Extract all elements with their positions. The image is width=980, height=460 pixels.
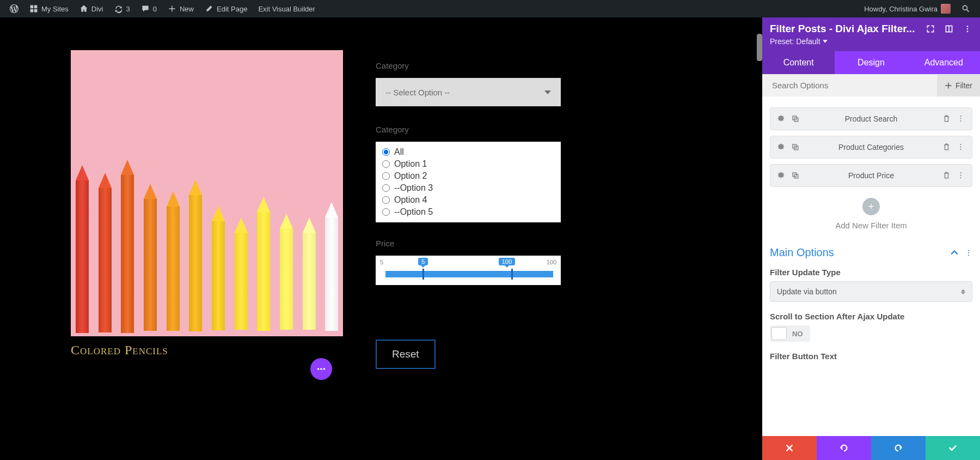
exit-visual-builder[interactable]: Exit Visual Builder (253, 0, 321, 17)
svg-point-1 (317, 368, 320, 370)
svg-point-24 (968, 250, 969, 251)
duplicate-icon[interactable] (791, 143, 800, 152)
category-label-2: Category (376, 125, 561, 134)
radio-input[interactable] (382, 148, 390, 156)
module-settings-panel: Filter Posts - Divi Ajax Filter... Prese… (762, 17, 980, 460)
svg-point-3 (323, 368, 326, 370)
scroll-toggle[interactable]: NO (770, 325, 810, 342)
svg-point-11 (960, 116, 961, 117)
updates-count: 3 (126, 5, 130, 13)
panel-title: Filter Posts - Divi Ajax Filter... (770, 23, 915, 35)
reset-button[interactable]: Reset (376, 340, 436, 369)
svg-point-0 (963, 5, 967, 10)
wp-logo[interactable] (4, 0, 24, 17)
toggle-no-label: NO (787, 330, 808, 338)
gear-icon[interactable] (777, 143, 786, 152)
discard-button[interactable] (762, 436, 817, 460)
category-label-1: Category (376, 61, 561, 70)
radio-input[interactable] (382, 196, 390, 204)
filter-button-text-label: Filter Button Text (770, 352, 972, 361)
more-icon[interactable] (957, 143, 965, 152)
tab-content[interactable]: Content (762, 51, 835, 74)
radio-option[interactable]: Option 4 (382, 194, 554, 206)
refresh-icon (114, 4, 123, 13)
more-icon[interactable] (957, 171, 965, 180)
svg-point-6 (967, 26, 969, 27)
settings-tabs: Content Design Advanced (762, 51, 980, 74)
sites-icon (29, 4, 38, 13)
new-menu[interactable]: New (162, 0, 199, 17)
add-filter-item-button[interactable]: + (862, 198, 880, 215)
wordpress-icon (10, 4, 19, 13)
avatar (941, 4, 951, 14)
svg-point-16 (960, 144, 961, 145)
svg-point-12 (960, 118, 961, 119)
gear-icon[interactable] (777, 171, 786, 180)
sort-icon (961, 289, 965, 294)
svg-point-18 (960, 149, 961, 150)
comments-menu[interactable]: 0 (136, 0, 162, 17)
tab-design[interactable]: Design (835, 51, 907, 74)
more-icon[interactable] (957, 114, 965, 123)
radio-input[interactable] (382, 208, 390, 216)
category-radio-group: All Option 1 Option 2 --Option 3 Option … (376, 142, 561, 222)
chevron-down-icon (544, 90, 551, 94)
filter-item[interactable]: Product Search (770, 107, 972, 130)
gear-icon[interactable] (777, 114, 786, 123)
slider-handle-low[interactable] (422, 269, 424, 280)
search-options-input[interactable] (762, 74, 937, 96)
radio-input[interactable] (382, 160, 390, 168)
radio-input[interactable] (382, 184, 390, 192)
trash-icon[interactable] (942, 114, 951, 123)
price-slider[interactable]: 5 5 100 100 (376, 256, 561, 285)
site-label: Divi (91, 5, 103, 13)
filter-item[interactable]: Product Price (770, 164, 972, 187)
edit-page-menu[interactable]: Edit Page (199, 0, 253, 17)
filter-item[interactable]: Product Categories (770, 136, 972, 159)
plus-icon (168, 4, 176, 13)
save-button[interactable] (926, 436, 980, 460)
tab-advanced[interactable]: Advanced (908, 51, 980, 74)
more-icon[interactable] (963, 24, 972, 34)
module-options-fab[interactable] (310, 358, 332, 380)
price-low-bubble: 5 (418, 258, 428, 265)
comment-icon (141, 4, 150, 13)
user-menu[interactable]: Howdy, Christina Gwira (859, 0, 956, 17)
new-label: New (180, 5, 194, 13)
preset-selector[interactable]: Preset: Default (770, 37, 972, 46)
radio-option[interactable]: Option 1 (382, 158, 554, 170)
duplicate-icon[interactable] (791, 114, 800, 123)
updates-menu[interactable]: 3 (109, 0, 136, 17)
panel-footer (762, 436, 980, 460)
svg-point-25 (968, 252, 969, 253)
filter-update-type-select[interactable]: Update via button (770, 281, 972, 302)
radio-option[interactable]: All (382, 146, 554, 158)
category-select[interactable]: -- Select Option -- (376, 78, 561, 106)
redo-button[interactable] (871, 436, 926, 460)
radio-option[interactable]: --Option 3 (382, 182, 554, 194)
filter-update-type-label: Filter Update Type (770, 268, 972, 277)
duplicate-icon[interactable] (791, 171, 800, 180)
main-options-toggle[interactable]: Main Options (770, 246, 972, 259)
expand-icon[interactable] (926, 24, 935, 34)
radio-option[interactable]: --Option 5 (382, 206, 554, 218)
search-toggle[interactable] (956, 0, 976, 17)
search-icon (961, 4, 970, 13)
svg-point-26 (968, 255, 969, 256)
my-sites-menu[interactable]: My Sites (24, 0, 74, 17)
radio-input[interactable] (382, 172, 390, 180)
more-icon[interactable] (965, 249, 972, 257)
undo-button[interactable] (817, 436, 871, 460)
add-filter-button[interactable]: Filter (937, 75, 980, 96)
slider-track[interactable] (385, 271, 553, 277)
price-min: 5 (380, 259, 383, 268)
layout-icon[interactable] (944, 24, 954, 34)
slider-handle-high[interactable] (511, 269, 513, 280)
radio-option[interactable]: Option 2 (382, 170, 554, 182)
site-menu[interactable]: Divi (74, 0, 109, 17)
trash-icon[interactable] (942, 143, 951, 152)
svg-point-22 (960, 174, 961, 175)
scrollbar-thumb[interactable] (757, 34, 762, 61)
trash-icon[interactable] (942, 171, 951, 180)
svg-point-7 (967, 28, 969, 30)
